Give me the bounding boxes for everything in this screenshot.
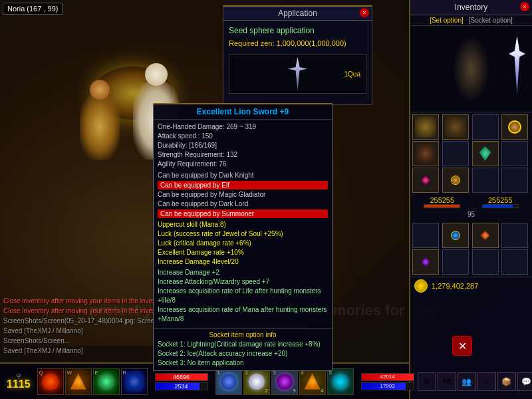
skill-slot-3[interactable]: 3 3 — [271, 368, 298, 395]
add-stat-life: Increases acquisition rate of Life after… — [158, 287, 328, 305]
menu-icon-4[interactable]: ⚔ — [477, 372, 496, 391]
inventory-sword-preview — [509, 36, 525, 96]
socket-option-button[interactable]: [Socket option] — [469, 17, 513, 24]
hp-stat-group: 255255 — [424, 196, 460, 208]
bag-slot-2[interactable] — [442, 223, 469, 248]
skill-slot-e[interactable]: E — [93, 368, 120, 395]
menu-icon-5[interactable]: 📦 — [497, 372, 516, 391]
bag-slot-4[interactable] — [501, 223, 528, 248]
equip-slot-12[interactable] — [501, 168, 528, 193]
exc-stat-damage-rate: Excellent Damage rate +10% — [158, 248, 328, 257]
seed-sphere-item — [288, 57, 308, 90]
bag-slot-7[interactable] — [472, 249, 499, 275]
app-title: Application — [223, 7, 372, 21]
quantity-label: 1Qua — [344, 70, 360, 78]
equip-classes: Can be equipped by Dark Knight Can be eq… — [158, 171, 328, 218]
exc-stat-luck-crit: Luck (critical damage rate +6%) — [158, 239, 328, 248]
set-option-button[interactable]: [Set option] — [430, 17, 464, 24]
w-key-label: W — [67, 370, 72, 376]
seed-sphere-title: Seed sphere application — [229, 26, 366, 35]
additional-stats: Increase Damage +2 Increase Attacking/Wi… — [158, 268, 328, 324]
bag-slot-1[interactable] — [412, 223, 439, 248]
armor-item-3 — [416, 144, 435, 163]
skill-icon-3 — [277, 374, 293, 390]
player-character — [80, 93, 120, 160]
skill-icon-1 — [221, 374, 237, 390]
bag-slot-3[interactable] — [472, 223, 499, 248]
exc-stat-uppercut: Uppercut skill (Mana:8) — [158, 220, 328, 229]
bottom-icons: ⚙ 🗺 👥 ⚔ 📦 💬 🔔 0 — [418, 372, 532, 391]
equip-slot-3[interactable] — [472, 114, 499, 140]
inventory-bottom-close[interactable]: ✕ — [452, 336, 472, 356]
socket-info-block: Socket item option info Socket 1: Lightn… — [154, 328, 332, 370]
hp-bar-secondary: 42014 — [361, 373, 414, 381]
equip-elf-highlighted: Can be equipped by Elf — [158, 181, 328, 190]
e-key-label: E — [95, 370, 98, 376]
equip-slot-7[interactable] — [472, 141, 499, 166]
menu-icon-6[interactable]: 💬 — [517, 372, 532, 391]
character-preview — [410, 26, 532, 112]
bag-slot-5[interactable] — [412, 249, 439, 275]
equip-slot-1[interactable] — [412, 114, 439, 140]
skill-slots-numbered: 1 2 2 3 3 4 4 5 — [215, 368, 354, 395]
mp-stat-group: 255255 — [482, 196, 519, 208]
hp-bar-action: 46896 — [155, 373, 208, 381]
socket-1: Socket 1: Lightning(Critical damage rate… — [158, 340, 328, 349]
skill-icon-q — [43, 374, 59, 390]
skill-icon-4 — [305, 374, 321, 390]
level-display-group: Q 1115 — [3, 372, 34, 390]
socket-3: Socket 3: No item application — [158, 358, 328, 368]
inventory-options: [Set option] [Socket option] — [410, 15, 532, 26]
hp-mp-bars: 46896 2534 — [155, 373, 208, 390]
skill-slot-2[interactable]: 2 2 — [243, 368, 270, 395]
equip-slot-10[interactable] — [442, 168, 469, 193]
equip-slot-2[interactable] — [442, 114, 469, 140]
r-key-label: R — [123, 370, 127, 376]
hp-fill — [424, 205, 460, 207]
add-stat-speed: Increase Attacking/Wizardry speed +7 — [158, 277, 328, 287]
equip-slot-8[interactable] — [501, 141, 528, 166]
inventory-close-button[interactable]: × — [520, 2, 529, 11]
ring-item-sm — [451, 176, 460, 185]
equip-slot-9[interactable] — [412, 168, 439, 193]
add-stat-damage: Increase Damage +2 — [158, 268, 328, 277]
equip-dark-knight: Can be equipped by Dark Knight — [158, 171, 328, 180]
mp-secondary-val: 17993 — [362, 383, 414, 389]
q-key-label: Q — [39, 370, 43, 376]
skill-icon-2 — [249, 374, 265, 390]
skill-slot-q[interactable]: Q — [37, 368, 64, 395]
skill-slot-1[interactable]: 1 — [215, 368, 242, 395]
menu-icon-3[interactable]: 👥 — [458, 372, 476, 391]
inventory-bag-grid — [410, 221, 532, 277]
char-silhouette — [453, 36, 489, 102]
app-close-button[interactable]: × — [360, 8, 369, 17]
hp-mp-secondary: 42014 17993 — [361, 373, 414, 390]
hp-bar — [424, 204, 460, 208]
socket-title: Socket item option info — [158, 331, 328, 338]
item-tooltip: Excellent Lion Sword +9 One-Handed Damag… — [153, 103, 332, 371]
skill-slot-4[interactable]: 4 4 — [299, 368, 326, 395]
menu-icon-2[interactable]: 🗺 — [438, 372, 456, 391]
stat-numbers: 255255 255255 — [410, 195, 532, 209]
ring-item — [508, 120, 521, 134]
item-name: Excellent Lion Sword +9 — [154, 104, 332, 120]
coordinates-display: Noria (167 , 99) — [3, 3, 63, 15]
bag-slot-8[interactable] — [501, 249, 528, 275]
skill-slot-5[interactable]: 5 — [327, 368, 354, 395]
equip-slot-6[interactable] — [442, 141, 469, 166]
level-label: Q — [17, 372, 21, 378]
menu-icon-1[interactable]: ⚙ — [418, 372, 436, 391]
equip-slot-11[interactable] — [472, 168, 499, 193]
equip-slot-4[interactable] — [501, 114, 528, 140]
purple-gem — [421, 257, 430, 267]
blue-gem — [451, 231, 460, 240]
skill-slot-w[interactable]: W — [65, 368, 92, 395]
skill-icon-e — [98, 374, 114, 390]
equip-slot-5[interactable] — [412, 141, 439, 166]
skill-slot-r[interactable]: R — [121, 368, 148, 395]
gold-icon — [414, 279, 428, 293]
stat-strength-req: Strength Requirement: 132 — [158, 150, 328, 160]
mp-value: 255255 — [482, 196, 519, 204]
equip-dark-lord: Can be equipped by Dark Lord — [158, 200, 328, 209]
bag-slot-6[interactable] — [442, 249, 469, 275]
